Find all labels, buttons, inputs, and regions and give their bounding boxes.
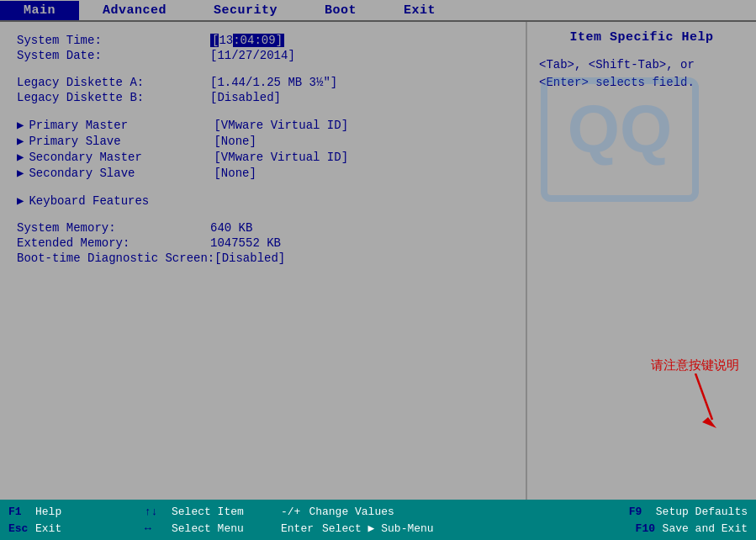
bios-arrow-label: Keyboard Features bbox=[29, 194, 214, 208]
sep-minus-plus: -/+ bbox=[281, 506, 300, 518]
bios-arrow-label: Secondary Master bbox=[29, 151, 214, 164]
desc-save-exit: Save and Exit bbox=[663, 522, 748, 535]
menu-bar: Main Advanced Security Boot Exit bbox=[0, 0, 756, 22]
status-bar: F1 Help ↑↓ Select Item -/+ Change Values… bbox=[0, 500, 756, 540]
status-row-2: Esc Exit ↔ Select Menu Enter Select ▶ Su… bbox=[8, 520, 748, 537]
action-select-item: Select Item bbox=[172, 506, 272, 518]
bios-label: Legacy Diskette B: bbox=[17, 91, 210, 104]
bios-value: [11/27/2014] bbox=[210, 49, 295, 62]
bios-row: Boot-time Diagnostic Screen:[Disabled] bbox=[17, 251, 509, 265]
bios-arrow-row[interactable]: ▶Primary Master[VMware Virtual ID] bbox=[17, 118, 509, 132]
bios-label: Legacy Diskette A: bbox=[17, 76, 210, 89]
bios-submenu-arrow-icon: ▶ bbox=[17, 193, 24, 208]
right-panel: Item Specific Help QQ <Tab>, <Shift-Tab>… bbox=[527, 22, 756, 500]
menu-item-advanced[interactable]: Advanced bbox=[79, 1, 190, 20]
action-select-submenu: Select ▶ Sub-Menu bbox=[322, 521, 636, 535]
bios-arrow-label: Primary Slave bbox=[29, 135, 214, 148]
bios-arrow-row[interactable]: ▶Primary Slave[None] bbox=[17, 134, 509, 148]
key-esc: Esc bbox=[8, 522, 35, 535]
bios-value: [1.44/1.25 MB 3½"] bbox=[210, 76, 337, 89]
desc-help: Help bbox=[35, 506, 136, 518]
bios-arrow-value: [VMware Virtual ID] bbox=[214, 119, 348, 132]
bios-arrow-row[interactable]: ▶Keyboard Features bbox=[17, 193, 509, 208]
bios-arrow-value: [None] bbox=[214, 135, 256, 148]
bios-spacer bbox=[17, 209, 509, 221]
action-select-menu: Select Menu bbox=[172, 522, 272, 535]
bios-arrow-label: Secondary Slave bbox=[29, 167, 214, 180]
bios-spacer bbox=[17, 64, 509, 76]
bios-label: Boot-time Diagnostic Screen: bbox=[17, 251, 214, 265]
bios-label: Extended Memory: bbox=[17, 236, 210, 250]
annotation-arrow-icon bbox=[670, 373, 721, 432]
status-row-1: F1 Help ↑↓ Select Item -/+ Change Values… bbox=[8, 503, 748, 520]
action-change-values: Change Values bbox=[309, 506, 628, 518]
bios-row: Legacy Diskette B:[Disabled] bbox=[17, 91, 509, 104]
bios-value[interactable]: [13:04:09] bbox=[210, 34, 284, 47]
bios-value: 1047552 KB bbox=[210, 236, 281, 250]
svg-line-2 bbox=[695, 373, 712, 420]
key-f10: F10 bbox=[636, 522, 663, 535]
bios-label: System Memory: bbox=[17, 221, 210, 235]
bios-row: Legacy Diskette A:[1.44/1.25 MB 3½"] bbox=[17, 76, 509, 89]
desc-setup-defaults: Setup Defaults bbox=[656, 506, 748, 518]
bios-arrow-row[interactable]: ▶Secondary Slave[None] bbox=[17, 166, 509, 180]
bios-label: System Date: bbox=[17, 49, 210, 62]
icon-updown: ↑↓ bbox=[145, 506, 172, 518]
left-panel: System Time:[13:04:09]System Date:[11/27… bbox=[0, 22, 527, 500]
help-title: Item Specific Help bbox=[539, 30, 744, 45]
bios-label: System Time: bbox=[17, 34, 210, 47]
bios-row: System Memory:640 KB bbox=[17, 221, 509, 235]
bios-submenu-arrow-icon: ▶ bbox=[17, 134, 24, 148]
bios-row: Extended Memory:1047552 KB bbox=[17, 236, 509, 250]
annotation-text: 请注意按键说明 bbox=[651, 357, 739, 373]
bios-spacer bbox=[17, 106, 509, 118]
bios-value: [Disabled] bbox=[210, 91, 281, 104]
menu-item-boot[interactable]: Boot bbox=[301, 1, 380, 20]
sep-enter: Enter bbox=[281, 522, 314, 535]
bios-row: System Date:[11/27/2014] bbox=[17, 49, 509, 62]
icon-leftright: ↔ bbox=[145, 522, 172, 535]
bios-submenu-arrow-icon: ▶ bbox=[17, 166, 24, 180]
bios-row: System Time:[13:04:09] bbox=[17, 34, 509, 47]
bios-submenu-arrow-icon: ▶ bbox=[17, 118, 24, 132]
bios-arrow-value: [None] bbox=[214, 167, 256, 180]
menu-item-security[interactable]: Security bbox=[190, 1, 301, 20]
watermark-icon: QQ bbox=[536, 72, 704, 207]
bios-window: Main Advanced Security Boot Exit System … bbox=[0, 0, 756, 540]
content-area: System Time:[13:04:09]System Date:[11/27… bbox=[0, 22, 756, 500]
bios-spacer bbox=[17, 182, 509, 193]
bios-arrow-label: Primary Master bbox=[29, 119, 214, 132]
menu-item-main[interactable]: Main bbox=[0, 1, 79, 20]
key-f1: F1 bbox=[8, 506, 35, 518]
key-f9: F9 bbox=[629, 506, 656, 518]
bios-value: [Disabled] bbox=[214, 251, 285, 265]
svg-marker-3 bbox=[702, 417, 716, 428]
menu-item-exit[interactable]: Exit bbox=[380, 1, 459, 20]
desc-exit: Exit bbox=[35, 522, 136, 535]
svg-text:QQ: QQ bbox=[568, 92, 672, 167]
bios-value: 640 KB bbox=[210, 221, 252, 235]
annotation-container: 请注意按键说明 bbox=[651, 357, 739, 432]
bios-submenu-arrow-icon: ▶ bbox=[17, 150, 24, 164]
bios-arrow-value: [VMware Virtual ID] bbox=[214, 151, 348, 164]
bios-arrow-row[interactable]: ▶Secondary Master[VMware Virtual ID] bbox=[17, 150, 509, 164]
